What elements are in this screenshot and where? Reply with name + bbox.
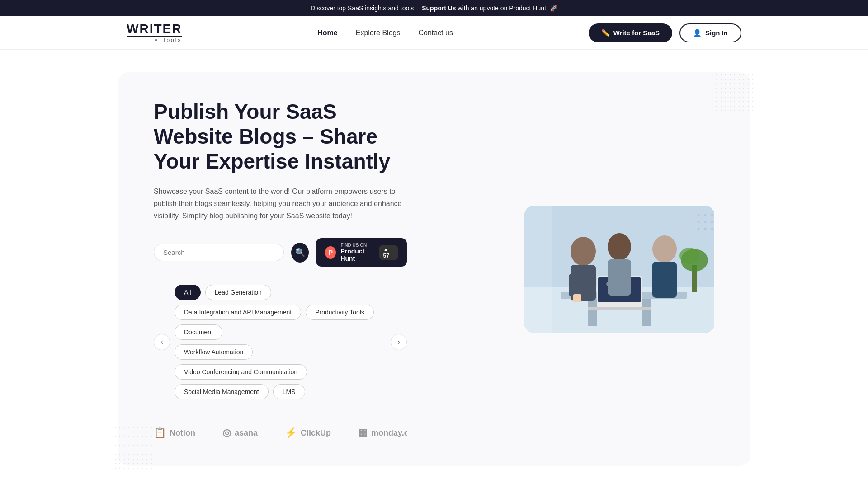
pencil-icon: ✏️ [601,29,610,37]
asana-icon: ◎ [222,427,231,439]
asana-label: asana [235,428,258,438]
nav-links: Home Explore Blogs Contact us [317,29,453,37]
svg-rect-3 [588,299,597,326]
monday-icon: ▦ [358,427,368,439]
svg-point-20 [679,248,699,264]
clickup-icon: ⚡ [285,427,297,439]
top-banner: Discover top SaaS insights and tools— Su… [0,0,868,16]
pill-data-integration[interactable]: Data Integration and API Management [175,305,301,320]
svg-point-14 [652,235,677,263]
dot-pattern-top-right [710,68,755,113]
ph-count: ▲ 57 [379,245,398,260]
svg-point-8 [571,237,596,266]
svg-point-24 [711,214,713,216]
clickup-label: ClickUp [301,428,331,438]
brands-row: 📋 Notion ◎ asana ⚡ ClickUp ▦ monday.com … [154,418,407,439]
next-category-arrow[interactable]: › [391,334,407,350]
search-row: 🔍 P FIND US ON Product Hunt ▲ 57 [154,238,407,267]
product-hunt-badge[interactable]: P FIND US ON Product Hunt ▲ 57 [316,238,407,267]
search-input[interactable] [163,249,274,256]
svg-rect-11 [573,294,581,302]
svg-point-27 [711,221,713,223]
search-button[interactable]: 🔍 [291,243,309,263]
pills-row-1: All Lead Generation Data Integration and… [175,285,386,340]
svg-point-23 [704,214,707,216]
logo-writer: WRITER [127,23,182,37]
banner-text: Discover top SaaS insights and tools— [311,5,420,12]
notion-label: Notion [170,428,195,438]
banner-suffix: with an upvote on Product Hunt! 🚀 [458,5,557,12]
write-for-saas-button[interactable]: ✏️ Write for SaaS [589,23,672,42]
pills-wrapper: All Lead Generation Data Integration and… [175,285,386,399]
monday-label: monday.com [371,428,407,438]
hero-image-bg [524,206,714,333]
search-icon: 🔍 [295,248,305,258]
svg-rect-4 [642,299,651,326]
brand-monday: ▦ monday.com [358,427,407,439]
chevron-right-icon: › [397,338,400,346]
svg-point-30 [711,227,713,230]
svg-point-25 [698,221,700,223]
logo: WRITER ✦ Tools [127,23,182,43]
svg-rect-7 [588,307,651,310]
chevron-left-icon: ‹ [160,338,163,346]
pill-lead-generation[interactable]: Lead Generation [205,285,271,300]
banner-link[interactable]: Support Us [422,5,456,12]
brand-notion: 📋 Notion [154,427,195,439]
hero-desc: Showcase your SaaS content to the world!… [154,185,407,222]
svg-point-12 [608,233,631,260]
pills-row-2: Workflow Automation Video Conferencing a… [175,344,386,399]
pill-productivity-tools[interactable]: Productivity Tools [306,305,374,320]
nav-home[interactable]: Home [317,29,337,37]
hero-title: Publish Your SaaS Website Blogs – Share … [154,99,407,174]
svg-rect-10 [569,274,580,296]
ph-logo: P [325,246,336,259]
arrow-up-icon: ▲ [383,246,388,253]
ph-find-label: FIND US ON [340,243,375,248]
nav-buttons: ✏️ Write for SaaS 👤 Sign In [589,23,741,42]
brand-asana: ◎ asana [222,427,258,439]
pill-video-conferencing[interactable]: Video Conferencing and Communication [175,364,307,380]
search-box [154,244,284,261]
svg-point-26 [704,221,707,223]
svg-point-28 [698,227,700,230]
pill-workflow-automation[interactable]: Workflow Automation [175,344,253,360]
svg-rect-21 [524,206,552,333]
ph-name: Product Hunt [340,248,375,262]
ph-text: FIND US ON Product Hunt [340,243,375,262]
pill-social-media[interactable]: Social Media Management [175,384,269,399]
nav-explore-blogs[interactable]: Explore Blogs [356,29,401,37]
hero-content: Publish Your SaaS Website Blogs – Share … [154,99,407,439]
dot-pattern-bottom-left [113,425,158,470]
hero-illustration [524,206,714,333]
nav-contact[interactable]: Contact us [418,29,453,37]
categories-nav: ‹ All Lead Generation Data Integration a… [154,285,407,399]
user-icon: 👤 [693,29,702,37]
svg-point-22 [698,214,700,216]
hero-image [524,206,714,333]
logo-tools: ✦ Tools [127,38,182,43]
pill-all[interactable]: All [175,285,201,300]
svg-point-29 [704,227,707,230]
pill-document[interactable]: Document [175,324,222,340]
hero-section: Publish Your SaaS Website Blogs – Share … [118,72,750,466]
navbar: WRITER ✦ Tools Home Explore Blogs Contac… [0,16,868,50]
sign-in-button[interactable]: 👤 Sign In [679,23,741,42]
prev-category-arrow[interactable]: ‹ [154,334,170,350]
pill-lms[interactable]: LMS [273,384,305,399]
brand-clickup: ⚡ ClickUp [285,427,331,439]
